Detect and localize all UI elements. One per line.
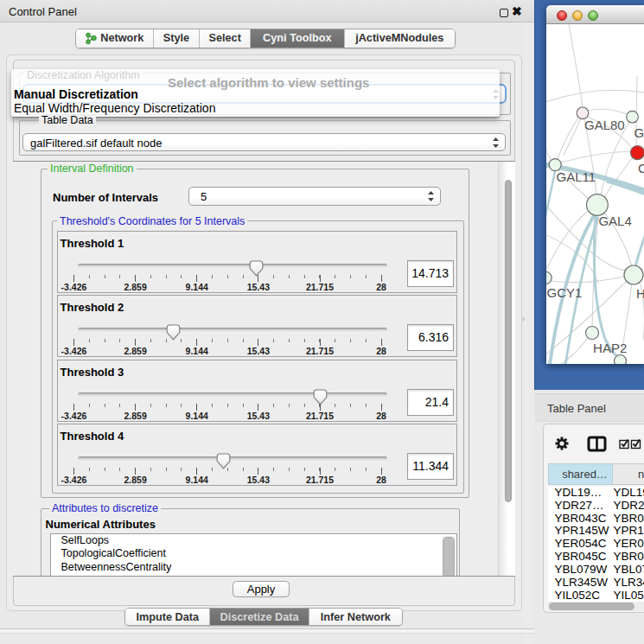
svg-text:H: H bbox=[636, 286, 644, 301]
svg-text:C: C bbox=[638, 161, 644, 175]
svg-text:GAL80: GAL80 bbox=[584, 118, 625, 132]
svg-text:GAL4: GAL4 bbox=[598, 214, 631, 228]
svg-text:HAP2: HAP2 bbox=[593, 341, 627, 355]
svg-text:GAL11: GAL11 bbox=[557, 169, 596, 184]
svg-text:GA: GA bbox=[634, 125, 644, 140]
svg-text:GCY1: GCY1 bbox=[547, 285, 583, 300]
